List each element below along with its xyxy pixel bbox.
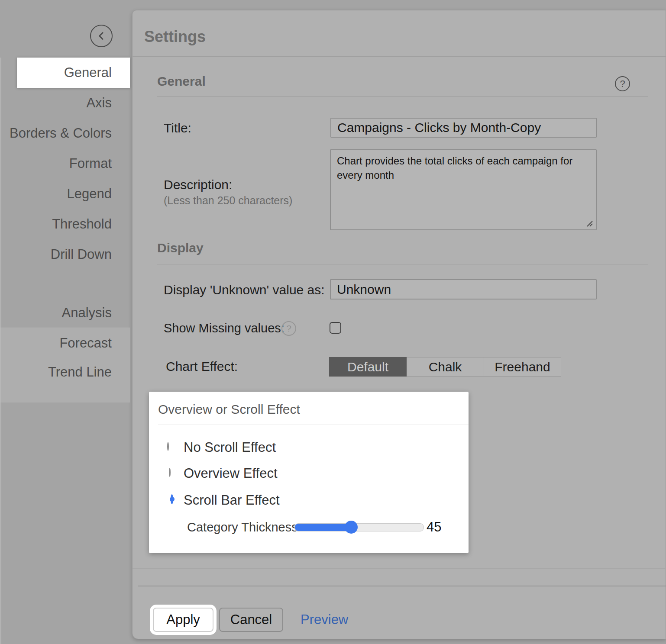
scroll-effect-divider bbox=[158, 425, 469, 425]
page-title: Settings bbox=[144, 27, 206, 47]
sidebar-item-forecast[interactable]: Forecast bbox=[0, 328, 130, 358]
radio-overview-effect[interactable] bbox=[169, 468, 171, 477]
slider-track[interactable] bbox=[294, 523, 424, 531]
segment-chalk[interactable]: Chalk bbox=[407, 357, 484, 377]
chart-effect-label: Chart Effect: bbox=[166, 358, 238, 375]
sidebar-item-general[interactable]: General bbox=[17, 58, 130, 88]
general-section-divider bbox=[157, 96, 648, 97]
header-divider bbox=[132, 56, 666, 57]
slider-fill bbox=[295, 524, 352, 531]
radio-no-scroll-effect-label[interactable]: No Scroll Effect bbox=[184, 438, 276, 457]
back-button[interactable] bbox=[90, 25, 113, 47]
resize-handle-icon[interactable] bbox=[584, 218, 593, 227]
chart-effect-segmented-control: Default Chalk Freehand bbox=[329, 357, 561, 376]
missing-values-help-icon[interactable]: ? bbox=[281, 321, 296, 336]
description-hint: (Less than 250 characters) bbox=[164, 193, 292, 207]
display-section-header: Display bbox=[157, 239, 204, 257]
general-section-header: General bbox=[157, 73, 206, 90]
radio-overview-effect-label[interactable]: Overview Effect bbox=[184, 464, 278, 483]
segment-freehand[interactable]: Freehand bbox=[484, 357, 561, 377]
apply-button[interactable]: Apply bbox=[153, 608, 213, 632]
missing-values-checkbox[interactable] bbox=[330, 322, 341, 334]
radio-scroll-bar-effect[interactable] bbox=[171, 494, 173, 504]
radio-no-scroll-effect[interactable] bbox=[167, 442, 169, 451]
settings-screen: Settings General Axis Borders & Colors F… bbox=[0, 0, 666, 644]
sidebar-item-borders-colors[interactable]: Borders & Colors bbox=[0, 118, 130, 148]
category-thickness-value: 45 bbox=[427, 518, 441, 537]
sidebar-item-trend-line[interactable]: Trend Line bbox=[0, 357, 130, 387]
slider-thumb[interactable] bbox=[345, 521, 358, 534]
missing-values-label: Show Missing values: bbox=[164, 319, 285, 337]
cancel-button[interactable]: Cancel bbox=[219, 608, 283, 632]
content-bottom-divider bbox=[133, 568, 666, 569]
sidebar-item-format[interactable]: Format bbox=[0, 148, 130, 179]
help-icon[interactable]: ? bbox=[615, 76, 630, 91]
category-thickness-label: Category Thickness bbox=[187, 518, 298, 537]
sidebar-item-drill-down[interactable]: Drill Down bbox=[0, 239, 130, 270]
segment-default[interactable]: Default bbox=[329, 357, 407, 377]
sidebar-item-legend[interactable]: Legend bbox=[0, 179, 130, 209]
unknown-value-label: Display 'Unknown' value as: bbox=[164, 281, 325, 299]
sidebar-section-analysis: Analysis bbox=[0, 298, 130, 328]
description-label: Description: bbox=[164, 176, 232, 193]
radio-scroll-bar-effect-label[interactable]: Scroll Bar Effect bbox=[184, 491, 280, 510]
preview-link[interactable]: Preview bbox=[301, 611, 348, 628]
description-textarea[interactable]: Chart provides the total clicks of each … bbox=[330, 149, 597, 230]
chevron-left-icon bbox=[95, 29, 108, 42]
category-thickness-slider[interactable] bbox=[294, 521, 423, 534]
sidebar-item-threshold[interactable]: Threshold bbox=[0, 209, 130, 239]
sidebar-item-axis[interactable]: Axis bbox=[0, 88, 130, 118]
title-label: Title: bbox=[164, 119, 191, 137]
title-input[interactable] bbox=[330, 118, 597, 138]
display-section-divider bbox=[157, 264, 648, 264]
unknown-value-input[interactable] bbox=[330, 279, 597, 299]
footer-divider bbox=[138, 586, 666, 586]
scroll-effect-header: Overview or Scroll Effect bbox=[158, 401, 300, 418]
